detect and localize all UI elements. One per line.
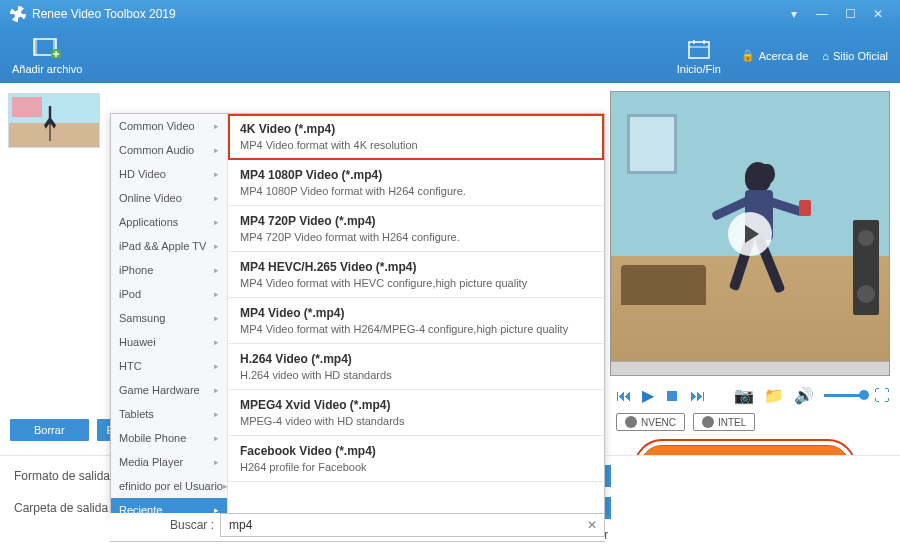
camera-icon[interactable]: 📷 [734,386,754,405]
calendar-icon [685,37,713,61]
prev-button[interactable]: ⏮ [616,387,632,405]
film-add-icon [33,37,61,61]
next-button[interactable]: ⏭ [690,387,706,405]
category-item[interactable]: efinido por el Usuario▸ [111,474,227,498]
lock-icon: 🔒 [741,49,755,62]
volume-slider[interactable] [824,394,864,397]
format-item[interactable]: MP4 HEVC/H.265 Video (*.mp4)MP4 Video fo… [228,252,604,298]
close-button[interactable]: ✕ [866,4,890,24]
maximize-button[interactable]: ☐ [838,4,862,24]
category-item[interactable]: iPhone▸ [111,258,227,282]
about-link[interactable]: 🔒 Acerca de [741,49,809,62]
output-folder-label: Carpeta de salida : [14,501,124,515]
category-item[interactable]: Mobile Phone▸ [111,426,227,450]
format-dropdown: Common Video▸Common Audio▸HD Video▸Onlin… [110,113,605,515]
category-item[interactable]: Game Hardware▸ [111,378,227,402]
category-item[interactable]: HD Video▸ [111,162,227,186]
video-thumbnail[interactable] [8,93,100,148]
encoder-brands: NVENC INTEL [600,405,890,431]
volume-icon[interactable]: 🔊 [794,386,814,405]
category-item[interactable]: Applications▸ [111,210,227,234]
play-button[interactable]: ▶ [642,386,654,405]
category-item[interactable]: Online Video▸ [111,186,227,210]
brand-nvenc: NVENC [616,413,685,431]
start-end-button[interactable]: Inicio/Fin [677,37,721,75]
category-item[interactable]: Tablets▸ [111,402,227,426]
delete-button[interactable]: Borrar [10,419,89,441]
playback-controls: ⏮ ▶ ⏹ ⏭ 📷 📁 🔊 ⛶ [600,376,890,405]
file-list-area: Common Video▸Common Audio▸HD Video▸Onlin… [0,83,600,435]
svg-rect-1 [34,39,37,55]
titlebar: Renee Video Toolbox 2019 ▾ — ☐ ✕ [0,0,900,28]
preview-timeline[interactable] [611,361,889,375]
main-toolbar: Añadir archivo Inicio/Fin 🔒 Acerca de ⌂ … [0,28,900,83]
category-item[interactable]: Samsung▸ [111,306,227,330]
format-item[interactable]: MP4 720P Video (*.mp4)MP4 720P Video for… [228,206,604,252]
output-format-label: Formato de salida : [14,469,124,483]
app-title: Renee Video Toolbox 2019 [32,7,176,21]
format-item[interactable]: H.264 Video (*.mp4)H.264 video with HD s… [228,344,604,390]
fullscreen-icon[interactable]: ⛶ [874,387,890,405]
official-site-link[interactable]: ⌂ Sitio Oficial [822,50,888,62]
folder-icon[interactable]: 📁 [764,386,784,405]
dropdown-icon[interactable]: ▾ [782,4,806,24]
category-list: Common Video▸Common Audio▸HD Video▸Onlin… [111,114,228,514]
format-item[interactable]: MP4 1080P Video (*.mp4)MP4 1080P Video f… [228,160,604,206]
preview-panel: ⏮ ▶ ⏹ ⏭ 📷 📁 🔊 ⛶ NVENC INTEL Empezar [600,83,900,435]
search-input[interactable] [220,513,605,537]
format-item[interactable]: Facebook Video (*.mp4)H264 profile for F… [228,436,604,482]
video-preview[interactable] [610,91,890,376]
clear-search-icon[interactable]: ✕ [587,518,597,532]
add-file-button[interactable]: Añadir archivo [12,37,82,75]
category-item[interactable]: iPod▸ [111,282,227,306]
app-logo-icon [10,6,26,22]
category-item[interactable]: iPad && Apple TV▸ [111,234,227,258]
category-item[interactable]: Reciente▸ [111,498,227,514]
category-item[interactable]: Huawei▸ [111,330,227,354]
search-label: Buscar : [170,518,214,532]
svg-rect-4 [689,42,709,58]
category-item[interactable]: Common Audio▸ [111,138,227,162]
home-icon: ⌂ [822,50,829,62]
brand-intel: INTEL [693,413,755,431]
category-item[interactable]: HTC▸ [111,354,227,378]
play-overlay-button[interactable] [728,212,772,256]
category-item[interactable]: Media Player▸ [111,450,227,474]
category-item[interactable]: Common Video▸ [111,114,227,138]
minimize-button[interactable]: — [810,4,834,24]
format-item[interactable]: MP4 Video (*.mp4)MP4 Video format with H… [228,298,604,344]
format-search: Buscar : ✕ [110,513,605,542]
format-item[interactable]: MPEG4 Xvid Video (*.mp4)MPEG-4 video wit… [228,390,604,436]
format-item[interactable]: 4K Video (*.mp4)MP4 Video format with 4K… [228,114,604,160]
format-list: 4K Video (*.mp4)MP4 Video format with 4K… [228,114,604,514]
stop-button[interactable]: ⏹ [664,387,680,405]
